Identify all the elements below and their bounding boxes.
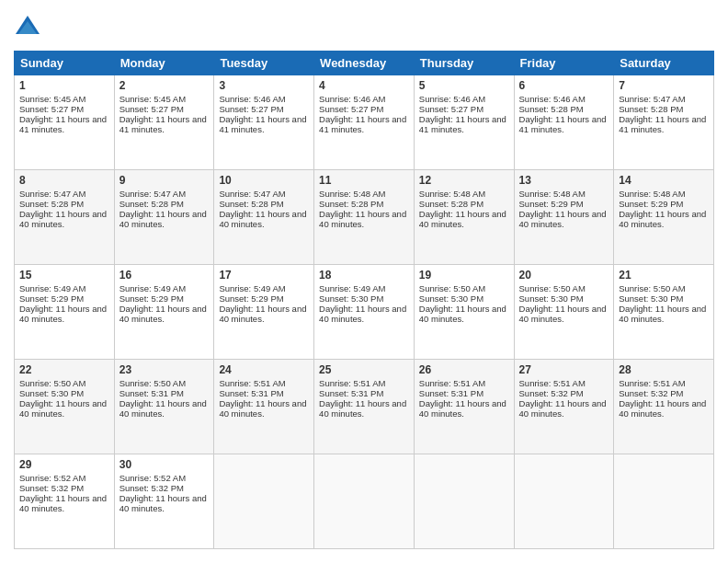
calendar-week-5: 29 Sunrise: 5:52 AM Sunset: 5:32 PM Dayl… (15, 454, 714, 549)
calendar: SundayMondayTuesdayWednesdayThursdayFrid… (14, 51, 714, 549)
sunset-label: Sunset: 5:28 PM (319, 199, 383, 209)
calendar-cell: 1 Sunrise: 5:45 AM Sunset: 5:27 PM Dayli… (15, 75, 115, 170)
weekday-header-row: SundayMondayTuesdayWednesdayThursdayFrid… (15, 52, 714, 75)
daylight-label: Daylight: 11 hours and 41 minutes. (419, 114, 506, 134)
calendar-cell: 28 Sunrise: 5:51 AM Sunset: 5:32 PM Dayl… (614, 360, 714, 454)
weekday-header-sunday: Sunday (15, 52, 115, 75)
calendar-cell: 19 Sunrise: 5:50 AM Sunset: 5:30 PM Dayl… (414, 265, 514, 360)
daylight-label: Daylight: 11 hours and 40 minutes. (619, 209, 706, 229)
calendar-cell: 24 Sunrise: 5:51 AM Sunset: 5:31 PM Dayl… (214, 360, 314, 454)
calendar-cell: 6 Sunrise: 5:46 AM Sunset: 5:28 PM Dayli… (514, 75, 614, 170)
sunrise-label: Sunrise: 5:46 AM (519, 94, 586, 104)
daylight-label: Daylight: 11 hours and 41 minutes. (519, 114, 607, 134)
sunset-label: Sunset: 5:31 PM (119, 388, 184, 398)
calendar-cell: 3 Sunrise: 5:46 AM Sunset: 5:27 PM Dayli… (214, 75, 314, 170)
sunrise-label: Sunrise: 5:49 AM (219, 283, 285, 293)
calendar-cell (614, 454, 714, 549)
calendar-cell: 22 Sunrise: 5:50 AM Sunset: 5:30 PM Dayl… (15, 360, 115, 454)
day-number: 25 (319, 363, 409, 376)
calendar-week-1: 1 Sunrise: 5:45 AM Sunset: 5:27 PM Dayli… (15, 75, 714, 170)
day-number: 12 (419, 174, 509, 187)
sunrise-label: Sunrise: 5:51 AM (319, 378, 385, 388)
sunset-label: Sunset: 5:28 PM (619, 104, 683, 114)
calendar-cell: 18 Sunrise: 5:49 AM Sunset: 5:30 PM Dayl… (314, 265, 415, 360)
daylight-label: Daylight: 11 hours and 40 minutes. (619, 304, 706, 324)
day-number: 7 (619, 79, 709, 92)
daylight-label: Daylight: 11 hours and 40 minutes. (19, 304, 107, 324)
daylight-label: Daylight: 11 hours and 40 minutes. (119, 493, 207, 513)
day-number: 30 (119, 458, 210, 471)
daylight-label: Daylight: 11 hours and 40 minutes. (19, 209, 107, 229)
calendar-cell: 26 Sunrise: 5:51 AM Sunset: 5:31 PM Dayl… (414, 360, 514, 454)
day-number: 29 (19, 458, 109, 471)
day-number: 15 (19, 269, 109, 282)
calendar-cell: 11 Sunrise: 5:48 AM Sunset: 5:28 PM Dayl… (314, 170, 415, 265)
sunrise-label: Sunrise: 5:51 AM (519, 378, 586, 388)
sunset-label: Sunset: 5:30 PM (19, 388, 84, 398)
daylight-label: Daylight: 11 hours and 40 minutes. (619, 398, 706, 419)
daylight-label: Daylight: 11 hours and 41 minutes. (19, 114, 107, 134)
sunrise-label: Sunrise: 5:46 AM (419, 94, 485, 104)
day-number: 26 (419, 363, 509, 376)
day-number: 2 (119, 79, 210, 92)
calendar-cell (514, 454, 614, 549)
sunset-label: Sunset: 5:30 PM (319, 293, 383, 304)
day-number: 28 (619, 363, 709, 376)
sunrise-label: Sunrise: 5:49 AM (319, 283, 385, 293)
day-number: 1 (19, 79, 109, 92)
day-number: 8 (19, 174, 109, 187)
sunrise-label: Sunrise: 5:52 AM (119, 473, 186, 483)
day-number: 5 (419, 79, 509, 92)
sunrise-label: Sunrise: 5:50 AM (619, 283, 685, 293)
calendar-cell: 30 Sunrise: 5:52 AM Sunset: 5:32 PM Dayl… (114, 454, 214, 549)
sunrise-label: Sunrise: 5:48 AM (519, 189, 586, 199)
sunset-label: Sunset: 5:29 PM (119, 293, 184, 304)
sunset-label: Sunset: 5:28 PM (419, 199, 483, 209)
calendar-cell: 23 Sunrise: 5:50 AM Sunset: 5:31 PM Dayl… (114, 360, 214, 454)
sunset-label: Sunset: 5:27 PM (219, 104, 283, 114)
calendar-cell: 2 Sunrise: 5:45 AM Sunset: 5:27 PM Dayli… (114, 75, 214, 170)
daylight-label: Daylight: 11 hours and 40 minutes. (419, 398, 506, 419)
sunset-label: Sunset: 5:31 PM (319, 388, 383, 398)
sunset-label: Sunset: 5:28 PM (219, 199, 283, 209)
daylight-label: Daylight: 11 hours and 40 minutes. (119, 304, 207, 324)
sunset-label: Sunset: 5:29 PM (619, 199, 683, 209)
calendar-cell: 20 Sunrise: 5:50 AM Sunset: 5:30 PM Dayl… (514, 265, 614, 360)
sunrise-label: Sunrise: 5:45 AM (119, 94, 186, 104)
sunset-label: Sunset: 5:31 PM (219, 388, 283, 398)
daylight-label: Daylight: 11 hours and 40 minutes. (219, 398, 306, 419)
calendar-cell: 29 Sunrise: 5:52 AM Sunset: 5:32 PM Dayl… (15, 454, 115, 549)
daylight-label: Daylight: 11 hours and 40 minutes. (519, 209, 607, 229)
sunset-label: Sunset: 5:30 PM (419, 293, 483, 304)
calendar-cell: 15 Sunrise: 5:49 AM Sunset: 5:29 PM Dayl… (15, 265, 115, 360)
day-number: 11 (319, 174, 409, 187)
logo-icon (14, 14, 41, 41)
calendar-cell (314, 454, 415, 549)
day-number: 9 (119, 174, 210, 187)
sunset-label: Sunset: 5:32 PM (519, 388, 584, 398)
daylight-label: Daylight: 11 hours and 40 minutes. (519, 398, 607, 419)
sunrise-label: Sunrise: 5:50 AM (419, 283, 485, 293)
calendar-cell: 4 Sunrise: 5:46 AM Sunset: 5:27 PM Dayli… (314, 75, 415, 170)
sunrise-label: Sunrise: 5:48 AM (319, 189, 385, 199)
daylight-label: Daylight: 11 hours and 40 minutes. (319, 209, 406, 229)
day-number: 14 (619, 174, 709, 187)
logo (14, 14, 44, 41)
day-number: 19 (419, 269, 509, 282)
daylight-label: Daylight: 11 hours and 40 minutes. (119, 398, 207, 419)
day-number: 10 (219, 174, 309, 187)
sunset-label: Sunset: 5:27 PM (19, 104, 84, 114)
sunrise-label: Sunrise: 5:47 AM (19, 189, 85, 199)
sunset-label: Sunset: 5:27 PM (419, 104, 483, 114)
daylight-label: Daylight: 11 hours and 40 minutes. (419, 304, 506, 324)
daylight-label: Daylight: 11 hours and 40 minutes. (219, 304, 306, 324)
calendar-cell: 7 Sunrise: 5:47 AM Sunset: 5:28 PM Dayli… (614, 75, 714, 170)
sunrise-label: Sunrise: 5:47 AM (119, 189, 186, 199)
sunrise-label: Sunrise: 5:47 AM (219, 189, 285, 199)
daylight-label: Daylight: 11 hours and 41 minutes. (619, 114, 706, 134)
sunrise-label: Sunrise: 5:48 AM (619, 189, 685, 199)
weekday-header-thursday: Thursday (414, 52, 514, 75)
calendar-week-4: 22 Sunrise: 5:50 AM Sunset: 5:30 PM Dayl… (15, 360, 714, 454)
calendar-cell: 14 Sunrise: 5:48 AM Sunset: 5:29 PM Dayl… (614, 170, 714, 265)
day-number: 6 (519, 79, 609, 92)
